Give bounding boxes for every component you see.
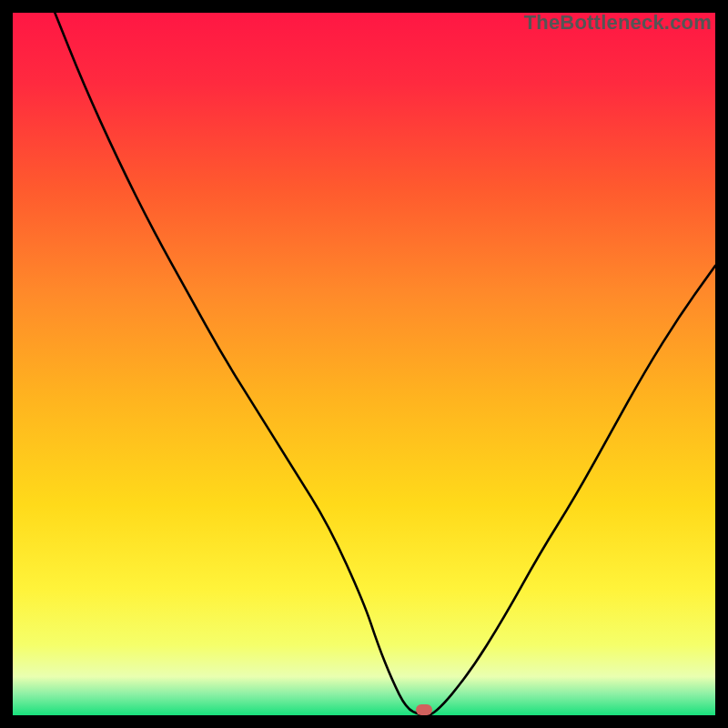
chart-frame: TheBottleneck.com	[13, 13, 715, 715]
plot-area	[13, 13, 715, 715]
watermark-label: TheBottleneck.com	[524, 11, 712, 35]
gradient-background	[13, 13, 715, 715]
chart-svg	[13, 13, 715, 715]
bottleneck-marker	[416, 704, 432, 715]
